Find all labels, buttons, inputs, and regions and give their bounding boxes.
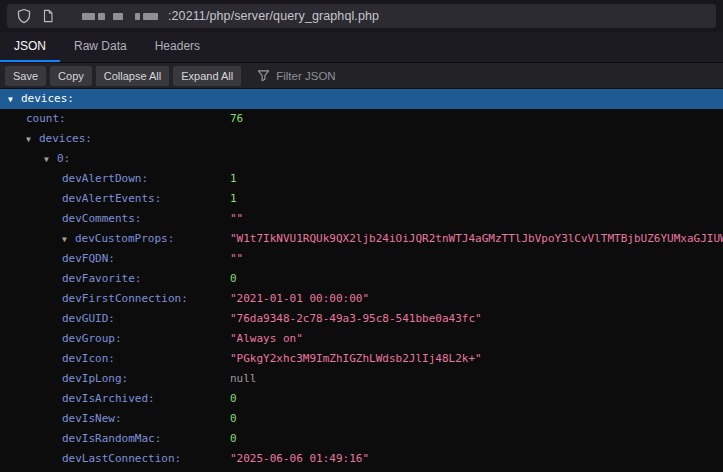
page-info-icon[interactable] [41, 8, 55, 24]
json-row-devGroup[interactable]: devGroup:"Always on" [0, 329, 723, 349]
json-row-devFirstConnection[interactable]: devFirstConnection:"2021-01-01 00:00:00" [0, 289, 723, 309]
json-value: 0 [230, 269, 237, 289]
json-row-devIsNew[interactable]: devIsNew:0 [0, 409, 723, 429]
browser-toolbar: :20211/php/server/query_graphql.php [0, 0, 723, 32]
json-key: 0: [57, 152, 70, 165]
jsonviewer-toolbar: Save Copy Collapse All Expand All Filter… [0, 63, 723, 89]
json-value: "" [230, 209, 243, 229]
json-value: "W1t7IkNVU1RQUk9QX2ljb24iOiJQR2tnWTJ4aGM… [230, 229, 723, 249]
json-key: devAlertDown: [62, 172, 148, 185]
json-key: devLastConnection: [62, 452, 181, 465]
funnel-icon [257, 69, 276, 82]
json-tree: ▼devices:count:76▼devices:▼0:devAlertDow… [0, 89, 723, 471]
json-key: devAlertEvents: [62, 192, 161, 205]
json-value: 0 [230, 389, 237, 409]
json-key: devices: [21, 92, 74, 105]
json-value: "Always on" [230, 329, 303, 349]
json-key: count: [26, 112, 66, 125]
json-key: devComments: [62, 212, 141, 225]
json-row-devIsArchived[interactable]: devIsArchived:0 [0, 389, 723, 409]
json-value: 0 [230, 429, 237, 449]
twisty-expanded-icon[interactable]: ▼ [8, 90, 21, 110]
json-row-devComments[interactable]: devComments:"" [0, 209, 723, 229]
json-key: devCustomProps: [75, 232, 174, 245]
json-row-devIsRandomMac[interactable]: devIsRandomMac:0 [0, 429, 723, 449]
json-value: 76 [230, 109, 243, 129]
twisty-expanded-icon[interactable]: ▼ [44, 150, 57, 170]
twisty-expanded-icon[interactable]: ▼ [62, 230, 75, 250]
json-value: "" [230, 249, 243, 269]
json-key: devFirstConnection: [62, 292, 188, 305]
json-value: "2021-01-01 00:00:00" [230, 289, 369, 309]
json-key: devFQDN: [62, 252, 115, 265]
json-key: devIsArchived: [62, 392, 155, 405]
json-row-devFavorite[interactable]: devFavorite:0 [0, 269, 723, 289]
json-row-count[interactable]: count:76 [0, 109, 723, 129]
json-value: 1 [230, 189, 237, 209]
filter-json-input[interactable]: Filter JSON [257, 69, 335, 82]
json-row-devAlertEvents[interactable]: devAlertEvents:1 [0, 189, 723, 209]
twisty-expanded-icon[interactable]: ▼ [26, 130, 39, 150]
save-button[interactable]: Save [5, 66, 46, 86]
redacted-host [82, 13, 161, 20]
json-value: "76da9348-2c78-49a3-95c8-541bbe0a43fc" [230, 309, 482, 329]
json-key: devGUID: [62, 312, 115, 325]
json-row-devGUID[interactable]: devGUID:"76da9348-2c78-49a3-95c8-541bbe0… [0, 309, 723, 329]
json-value: "2025-06-06 01:49:16" [230, 449, 369, 469]
json-value: "PGkgY2xhc3M9ImZhIGZhLWdsb2JlIj48L2k+" [230, 349, 482, 369]
shield-icon[interactable] [16, 8, 32, 24]
json-row-devFQDN[interactable]: devFQDN:"" [0, 249, 723, 269]
json-key: devIpLong: [62, 372, 128, 385]
url-text[interactable]: :20211/php/server/query_graphql.php [168, 9, 379, 23]
json-row-devCustomProps[interactable]: ▼devCustomProps:"W1t7IkNVU1RQUk9QX2ljb24… [0, 229, 723, 249]
copy-button[interactable]: Copy [50, 66, 92, 86]
collapse-all-button[interactable]: Collapse All [96, 66, 169, 86]
json-row-devIpLong[interactable]: devIpLong:null [0, 369, 723, 389]
json-value: 0 [230, 409, 237, 429]
json-key: devGroup: [62, 332, 122, 345]
json-key: devices: [39, 132, 92, 145]
json-row-devices[interactable]: ▼devices: [0, 129, 723, 149]
url-bar[interactable]: :20211/php/server/query_graphql.php [7, 4, 716, 28]
json-row-devices[interactable]: ▼devices: [0, 89, 723, 109]
json-value: null [230, 369, 257, 389]
json-value: 1 [230, 169, 237, 189]
json-row-devLastConnection[interactable]: devLastConnection:"2025-06-06 01:49:16" [0, 449, 723, 469]
json-key: devFavorite: [62, 272, 141, 285]
json-row-devIcon[interactable]: devIcon:"PGkgY2xhc3M9ImZhIGZhLWdsb2JlIj4… [0, 349, 723, 369]
json-row-devAlertDown[interactable]: devAlertDown:1 [0, 169, 723, 189]
expand-all-button[interactable]: Expand All [173, 66, 241, 86]
json-row-0[interactable]: ▼0: [0, 149, 723, 169]
tab-raw-data[interactable]: Raw Data [60, 32, 141, 62]
filter-placeholder: Filter JSON [276, 70, 335, 82]
json-key: devIcon: [62, 352, 115, 365]
tab-headers[interactable]: Headers [141, 32, 214, 62]
jsonviewer-tab-bar: JSON Raw Data Headers [0, 32, 723, 63]
json-key: devIsRandomMac: [62, 432, 161, 445]
json-key: devIsNew: [62, 412, 122, 425]
tab-json[interactable]: JSON [0, 32, 60, 62]
